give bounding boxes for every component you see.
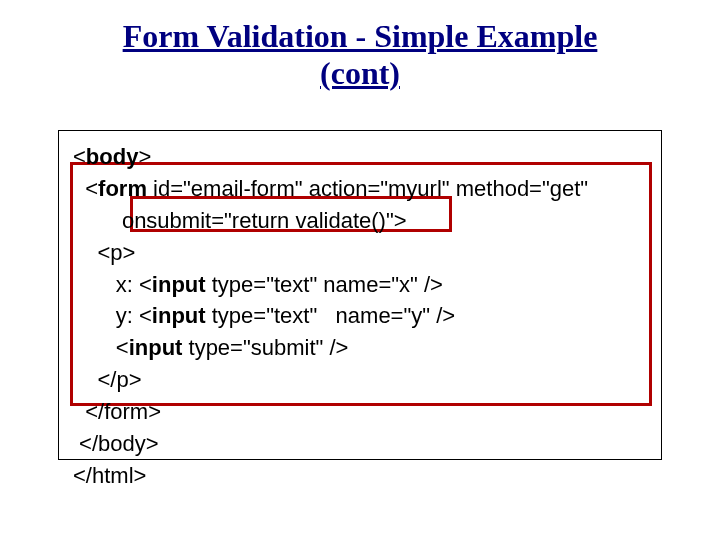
code-l1b: body [86, 144, 139, 169]
code-l5a: x: < [73, 272, 152, 297]
code-l10: </body> [73, 431, 159, 456]
code-l11: </html> [73, 463, 146, 488]
code-l1c: > [138, 144, 151, 169]
code-l7c: type="submit" /> [182, 335, 348, 360]
code-l6a: y: < [73, 303, 152, 328]
code-l2b: form [98, 176, 147, 201]
code-listing: <body> <form id="email-form" action="myu… [73, 141, 647, 492]
code-l5b: input [152, 272, 206, 297]
code-l4: <p> [73, 240, 135, 265]
code-l2c: id="email-form" action="myurl" method="g… [147, 176, 588, 201]
code-l2a: < [73, 176, 98, 201]
code-l7a: < [73, 335, 129, 360]
code-l8: </p> [73, 367, 142, 392]
code-l7b: input [129, 335, 183, 360]
title-line-2: (cont) [320, 55, 400, 91]
title-line-1: Form Validation - Simple Example [123, 18, 598, 54]
code-l5c: type="text" name="x" /> [206, 272, 443, 297]
code-l6b: input [152, 303, 206, 328]
code-l3: onsubmit="return validate()"> [73, 208, 407, 233]
slide-title: Form Validation - Simple Example (cont) [0, 18, 720, 92]
code-l1a: < [73, 144, 86, 169]
code-l6c: type="text" name="y" /> [206, 303, 456, 328]
code-l9: </form> [73, 399, 161, 424]
code-box: <body> <form id="email-form" action="myu… [58, 130, 662, 460]
